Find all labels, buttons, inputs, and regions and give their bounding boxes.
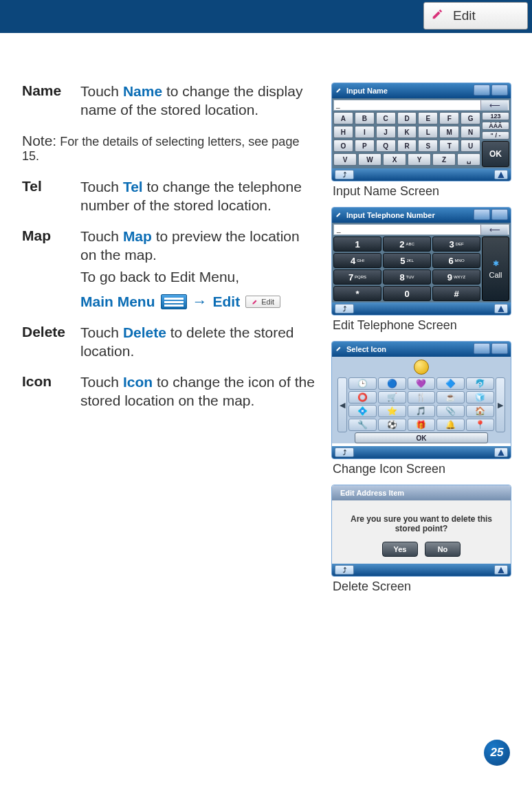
- key-accents[interactable]: ÀÁÂ: [482, 122, 509, 130]
- numkey-*[interactable]: *: [333, 286, 381, 301]
- icon-titlebar: Select Icon: [332, 342, 511, 357]
- icon-cell[interactable]: 🔧: [348, 419, 377, 431]
- numkey-5[interactable]: 5JKL: [383, 253, 431, 268]
- icon-cell[interactable]: 🔵: [378, 377, 406, 390]
- delete-screen: Edit Address Item Are you sure you want …: [331, 485, 511, 577]
- icon-cell[interactable]: 🎵: [408, 405, 436, 417]
- key-symbols[interactable]: " / -: [482, 131, 509, 140]
- back-icon[interactable]: ⤴: [335, 170, 354, 179]
- icon-cell[interactable]: ⚽: [378, 419, 406, 431]
- icon-cell[interactable]: 🐬: [466, 377, 494, 390]
- pencil-icon: [335, 211, 342, 219]
- key-c[interactable]: C: [376, 112, 396, 124]
- key-h[interactable]: H: [333, 126, 353, 138]
- key-p[interactable]: P: [355, 140, 375, 152]
- numkey-8[interactable]: 8TUV: [383, 269, 431, 285]
- key-r[interactable]: R: [397, 140, 417, 152]
- key-␣[interactable]: ␣: [457, 153, 480, 166]
- icon-cell[interactable]: 📍: [466, 419, 494, 431]
- key-l[interactable]: L: [418, 126, 438, 138]
- key-g[interactable]: G: [461, 112, 480, 124]
- tel-titlebar: Input Telephone Number: [332, 208, 511, 223]
- window-icon[interactable]: [474, 85, 490, 96]
- term-tel: Tel: [22, 178, 80, 215]
- volume-icon[interactable]: ▲: [494, 447, 508, 457]
- key-d[interactable]: D: [397, 112, 417, 124]
- key-e[interactable]: E: [418, 112, 438, 124]
- icon-cell[interactable]: 🛒: [378, 391, 406, 403]
- numkey-3[interactable]: 3DEF: [432, 236, 480, 252]
- backspace-key[interactable]: ⟵: [480, 100, 508, 110]
- tel-input-field[interactable]: _ ⟵: [333, 224, 509, 235]
- scroll-left-icon[interactable]: ◀: [337, 377, 347, 432]
- numkey-6[interactable]: 6MNO: [432, 253, 480, 268]
- call-button[interactable]: ✱ Call: [482, 236, 509, 301]
- edit-chip[interactable]: Edit: [423, 2, 528, 30]
- key-w[interactable]: W: [358, 153, 381, 166]
- numkey-9[interactable]: 9WXYZ: [432, 269, 480, 285]
- numkey-2[interactable]: 2ABC: [383, 236, 431, 252]
- key-v[interactable]: V: [333, 153, 357, 166]
- key-o[interactable]: O: [333, 140, 353, 152]
- numkey-1[interactable]: 1: [333, 236, 381, 252]
- volume-icon[interactable]: ▲: [494, 170, 508, 179]
- main-menu-icon: [161, 294, 187, 309]
- icon-cell[interactable]: ⭐: [378, 405, 406, 417]
- numkey-0[interactable]: 0: [383, 286, 431, 301]
- icon-cell[interactable]: 🎁: [408, 419, 436, 431]
- key-t[interactable]: T: [439, 140, 459, 152]
- volume-icon[interactable]: ▲: [494, 304, 508, 313]
- key-s[interactable]: S: [418, 140, 438, 152]
- icon-cell[interactable]: 🍴: [408, 391, 436, 403]
- menu-icon[interactable]: [491, 343, 508, 354]
- icon-cell[interactable]: 💠: [348, 405, 377, 417]
- numkey-4[interactable]: 4GHI: [333, 253, 381, 268]
- yes-button[interactable]: Yes: [382, 542, 418, 557]
- icon-cell[interactable]: 🏠: [466, 405, 494, 417]
- back-icon[interactable]: ⤴: [335, 565, 354, 575]
- footer-bar: ⤴ ▲: [332, 446, 511, 458]
- icon-cell[interactable]: 🔷: [436, 377, 465, 390]
- key-y[interactable]: Y: [408, 153, 431, 166]
- kw-map: Map: [123, 228, 152, 244]
- key-j[interactable]: J: [376, 126, 396, 138]
- key-x[interactable]: X: [383, 153, 406, 166]
- key-z[interactable]: Z: [432, 153, 456, 166]
- pencil-icon: [335, 87, 342, 95]
- key-u[interactable]: U: [461, 140, 480, 152]
- key-a[interactable]: A: [333, 112, 353, 124]
- icon-cell[interactable]: 🧊: [466, 391, 494, 403]
- volume-icon[interactable]: ▲: [494, 565, 508, 575]
- window-icon[interactable]: [474, 209, 490, 220]
- icon-ok-button[interactable]: OK: [355, 432, 488, 443]
- key-f[interactable]: F: [439, 112, 459, 124]
- icon-cell[interactable]: ⭕: [348, 391, 377, 403]
- back-icon[interactable]: ⤴: [335, 304, 354, 313]
- ok-key[interactable]: OK: [482, 141, 509, 167]
- key-i[interactable]: I: [355, 126, 375, 138]
- no-button[interactable]: No: [425, 542, 461, 557]
- scroll-right-icon[interactable]: ▶: [496, 377, 505, 432]
- icon-cell[interactable]: ☕: [436, 391, 465, 403]
- window-icon[interactable]: [474, 343, 490, 354]
- key-q[interactable]: Q: [376, 140, 396, 152]
- numkey-7[interactable]: 7PQRS: [333, 269, 381, 285]
- backspace-key[interactable]: ⟵: [480, 225, 508, 234]
- key-k[interactable]: K: [397, 126, 417, 138]
- page-header: Edit: [0, 0, 532, 33]
- icon-cell[interactable]: 🕒: [348, 377, 377, 390]
- icon-cell[interactable]: 🔔: [436, 419, 465, 431]
- back-icon[interactable]: ⤴: [335, 447, 354, 457]
- key-b[interactable]: B: [355, 112, 375, 124]
- menu-icon[interactable]: [491, 85, 508, 96]
- input-name-screen: Input Name _ ⟵ ABCDEFG HIJKLMN OPQRSTU V…: [331, 82, 511, 181]
- menu-icon[interactable]: [491, 209, 508, 220]
- key-n[interactable]: N: [461, 126, 480, 138]
- numkey-#[interactable]: #: [432, 286, 480, 301]
- name-input-field[interactable]: _ ⟵: [333, 100, 509, 111]
- icon-cell[interactable]: 💜: [408, 377, 436, 390]
- key-123[interactable]: 123: [482, 112, 509, 120]
- icon-cell[interactable]: 📎: [436, 405, 465, 417]
- key-m[interactable]: M: [439, 126, 459, 138]
- edit-mini-chip: Edit: [245, 296, 280, 308]
